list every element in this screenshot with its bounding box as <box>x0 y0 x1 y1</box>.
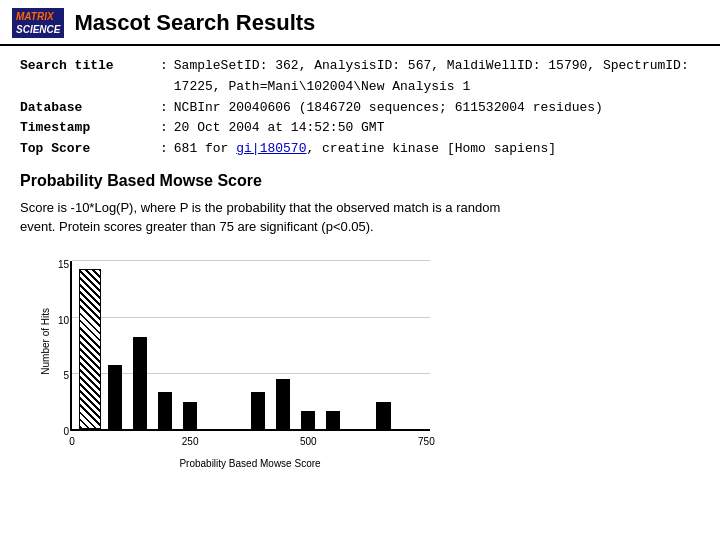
y-tick-10: 10 <box>58 314 69 325</box>
search-title-value: SampleSetID: 362, AnalysisID: 567, Maldi… <box>174 56 700 98</box>
description-line1: Score is -10*Log(P), where P is the prob… <box>20 200 500 215</box>
logo-line1: MATRIX <box>16 10 60 23</box>
bar-2 <box>133 337 147 429</box>
meta-table: Search title : SampleSetID: 362, Analysi… <box>20 56 700 160</box>
probability-description: Score is -10*Log(P), where P is the prob… <box>20 198 700 237</box>
search-title-row: Search title : SampleSetID: 362, Analysi… <box>20 56 700 98</box>
description-line2: event. Protein scores greater than 75 ar… <box>20 219 374 234</box>
x-tick-750: 750 <box>418 436 435 447</box>
bar-8 <box>326 411 340 429</box>
bar-7 <box>301 411 315 429</box>
y-tick-5: 5 <box>63 370 69 381</box>
timestamp-row: Timestamp : 20 Oct 2004 at 14:52:50 GMT <box>20 118 700 139</box>
top-score-label: Top Score <box>20 139 160 160</box>
y-axis-label: Number of Hits <box>40 308 51 375</box>
x-axis-label: Probability Based Mowse Score <box>179 458 320 469</box>
logo: MATRIX SCIENCE <box>12 8 64 38</box>
bar-9 <box>376 402 390 429</box>
timestamp-value: 20 Oct 2004 at 14:52:50 GMT <box>174 118 700 139</box>
page-header: MATRIX SCIENCE Mascot Search Results <box>0 0 720 46</box>
chart-container: Number of Hits 0 5 10 15 0 250 500 750 P… <box>30 251 450 471</box>
bar-0 <box>79 269 100 429</box>
y-tick-0: 0 <box>63 425 69 436</box>
top-score-post: , creatine kinase [Homo sapiens] <box>306 141 556 156</box>
logo-line2: SCIENCE <box>16 23 60 36</box>
x-tick-500: 500 <box>300 436 317 447</box>
top-score-value: 681 for gi|180570, creatine kinase [Homo… <box>174 139 700 160</box>
y-tick-15: 15 <box>58 259 69 270</box>
page-title: Mascot Search Results <box>74 10 315 36</box>
top-score-row: Top Score : 681 for gi|180570, creatine … <box>20 139 700 160</box>
probability-section-title: Probability Based Mowse Score <box>20 172 700 190</box>
bar-3 <box>158 392 172 429</box>
x-tick-0: 0 <box>69 436 75 447</box>
timestamp-label: Timestamp <box>20 118 160 139</box>
database-label: Database <box>20 98 160 119</box>
chart-area: 0 5 10 15 0 250 500 750 <box>70 261 430 431</box>
bar-6 <box>276 379 290 429</box>
database-value: NCBInr 20040606 (1846720 sequences; 6115… <box>174 98 700 119</box>
bar-5 <box>251 392 265 429</box>
top-score-link[interactable]: gi|180570 <box>236 141 306 156</box>
database-row: Database : NCBInr 20040606 (1846720 sequ… <box>20 98 700 119</box>
x-tick-250: 250 <box>182 436 199 447</box>
bar-1 <box>108 365 122 429</box>
search-title-label: Search title <box>20 56 160 77</box>
bar-4 <box>183 402 197 429</box>
top-score-pre: 681 for <box>174 141 236 156</box>
main-content: Search title : SampleSetID: 362, Analysi… <box>0 46 720 481</box>
